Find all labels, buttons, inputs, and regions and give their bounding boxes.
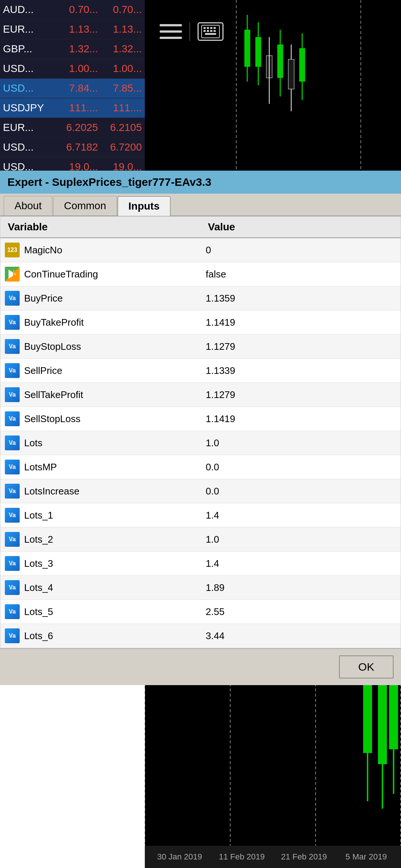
variable-value: 1.0 (198, 534, 398, 545)
svg-rect-9 (205, 33, 216, 35)
top-section: AUD...0.70...0.70...EUR...1.13...1.13...… (0, 0, 401, 171)
svg-rect-4 (213, 27, 216, 29)
variable-value: 2.55 (198, 606, 398, 618)
svg-rect-6 (207, 30, 209, 32)
table-row[interactable]: 123MagicNo0 (0, 238, 401, 262)
pair-row[interactable]: USD...7.84...7.85... (0, 79, 145, 98)
pair-bid: 1.13... (54, 23, 98, 35)
svg-marker-25 (9, 270, 16, 279)
svg-rect-18 (266, 56, 272, 78)
pair-name: EUR... (3, 122, 54, 134)
variable-name: Lots_2 (24, 534, 198, 545)
table-row[interactable]: VaBuyStopLoss1.1279 (0, 335, 401, 359)
svg-rect-8 (213, 30, 216, 32)
pair-bid: 6.2025 (54, 122, 98, 134)
table-row[interactable]: VaLots_21.0 (0, 527, 401, 552)
pair-row[interactable]: USD...1.00...1.00... (0, 59, 145, 79)
row-icon-magic: 123 (4, 242, 20, 258)
pair-ask: 7.85... (98, 82, 142, 94)
tab-common[interactable]: Common (53, 196, 117, 216)
pair-bid: 111.... (54, 102, 98, 114)
pair-bid: 6.7182 (54, 141, 98, 153)
header-variable: Variable (0, 221, 200, 233)
date-label: 21 Feb 2019 (273, 852, 335, 862)
pair-row[interactable]: AUD...0.70...0.70... (0, 0, 145, 20)
table-row[interactable]: VaLots_11.4 (0, 503, 401, 527)
variable-value: 0.0 (198, 461, 398, 473)
ok-button[interactable]: OK (339, 655, 394, 678)
table-row[interactable]: VaLotsIncrease0.0 (0, 479, 401, 503)
variable-value: 1.1419 (198, 413, 398, 425)
row-icon-var: Va (4, 314, 20, 331)
date-axis: 30 Jan 201911 Feb 201921 Feb 20195 Mar 2… (145, 846, 401, 868)
header-value: Value (200, 221, 401, 233)
row-icon-var: Va (4, 435, 20, 451)
table-row[interactable]: VaSellTakeProfit1.1279 (0, 383, 401, 407)
pair-row[interactable]: USD...6.71826.7200 (0, 138, 145, 157)
pair-name: USD... (3, 141, 54, 153)
table-row[interactable]: VaBuyPrice1.1359 (0, 286, 401, 310)
row-icon-var: Va (4, 338, 20, 355)
variable-name: BuyStopLoss (24, 341, 198, 352)
svg-rect-7 (210, 30, 212, 32)
svg-rect-16 (255, 37, 261, 67)
row-icon-var: Va (4, 290, 20, 306)
variable-value: 0 (198, 244, 398, 256)
variable-name: SellTakeProfit (24, 389, 198, 401)
variable-name: LotsIncrease (24, 486, 198, 497)
variable-name: Lots_3 (24, 558, 198, 569)
pair-row[interactable]: EUR...1.13...1.13... (0, 20, 145, 39)
variable-name: BuyTakeProfit (24, 317, 198, 328)
table-row[interactable]: VaSellPrice1.1339 (0, 359, 401, 383)
keyboard-icon[interactable] (198, 22, 224, 41)
table-row[interactable]: VaLots_41.89 (0, 576, 401, 600)
variable-name: Lots_5 (24, 606, 198, 618)
svg-rect-1 (203, 27, 206, 29)
pair-name: GBP... (3, 43, 54, 55)
svg-rect-2 (207, 27, 209, 29)
tab-about[interactable]: About (4, 196, 52, 216)
pair-bid: 0.70... (54, 4, 98, 16)
svg-rect-24 (299, 48, 305, 82)
variable-value: 1.89 (198, 582, 398, 594)
variable-value: 1.1419 (198, 317, 398, 328)
pair-name: USDJPY (3, 102, 54, 114)
table-row[interactable]: VaLots_52.55 (0, 600, 401, 624)
tab-inputs[interactable]: Inputs (118, 196, 170, 216)
row-icon-var: Va (4, 555, 20, 572)
pair-bid: 7.84... (54, 82, 98, 94)
table-row[interactable]: VaLotsMP0.0 (0, 455, 401, 479)
params-table: Variable Value 123MagicNo0ConTinueTradin… (0, 216, 401, 648)
pair-ask: 6.7200 (98, 141, 142, 153)
chart-area-top (145, 0, 401, 171)
svg-rect-5 (203, 30, 206, 32)
menu-icon[interactable] (160, 24, 182, 39)
date-label: 11 Feb 2019 (211, 852, 273, 862)
variable-name: Lots (24, 437, 198, 449)
table-row[interactable]: VaLots_31.4 (0, 552, 401, 576)
variable-name: BuyPrice (24, 293, 198, 304)
table-row[interactable]: VaLots1.0 (0, 431, 401, 455)
row-icon-var: Va (4, 459, 20, 475)
table-row[interactable]: ConTinueTradingfalse (0, 262, 401, 286)
variable-value: 1.4 (198, 510, 398, 521)
variable-name: SellPrice (24, 365, 198, 377)
variable-value: 1.0 (198, 437, 398, 449)
row-icon-var: Va (4, 579, 20, 596)
pair-name: AUD... (3, 4, 54, 16)
svg-rect-3 (210, 27, 212, 29)
pair-row[interactable]: EUR...6.20256.2105 (0, 118, 145, 138)
table-row[interactable]: VaBuyTakeProfit1.1419 (0, 310, 401, 335)
dialog-title-bar: Expert - SuplexPrices_tiger777-EAv3.3 (0, 171, 401, 194)
variable-name: LotsMP (24, 461, 198, 473)
pair-row[interactable]: GBP...1.32...1.32... (0, 39, 145, 59)
variable-value: false (198, 269, 398, 280)
table-row[interactable]: VaLots_63.44 (0, 624, 401, 648)
variable-value: 1.1279 (198, 389, 398, 401)
table-row[interactable]: VaSellStopLoss1.1419 (0, 407, 401, 431)
variable-name: ConTinueTrading (24, 269, 198, 280)
pair-row[interactable]: USDJPY111....111.... (0, 98, 145, 118)
row-icon-var: Va (4, 531, 20, 548)
trading-pairs-list: AUD...0.70...0.70...EUR...1.13...1.13...… (0, 0, 145, 171)
pair-ask: 1.32... (98, 43, 142, 55)
